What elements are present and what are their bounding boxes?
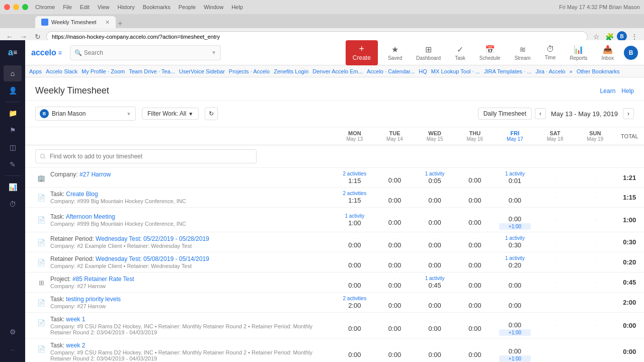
time-cell-thu[interactable]: ·0:00	[455, 293, 495, 313]
filter-button[interactable]: Filter Work: All ▼	[142, 108, 199, 120]
work-link[interactable]: week 2	[66, 342, 85, 349]
work-link[interactable]: #85 Retainer Rate Test	[72, 276, 134, 283]
bookmark-jira-templates[interactable]: JIRA Templates · ...	[484, 68, 532, 74]
time-cell-sat[interactable]: ·	[535, 188, 575, 208]
time-cell-tue[interactable]: ·0:00	[375, 293, 415, 313]
time-cell-fri[interactable]: ·0:00+1:00	[495, 339, 535, 363]
time-cell-thu[interactable]: ·0:00	[455, 339, 495, 363]
browser-menu-help[interactable]: Help	[231, 4, 243, 10]
time-cell-mon[interactable]: ·0:00	[335, 313, 375, 339]
work-link[interactable]: Wednesday Test: 05/22/2019 - 05/28/2019	[96, 235, 209, 242]
time-cell-wed[interactable]: ·0:00	[415, 339, 455, 363]
bookmark-projects[interactable]: Projects · Accelo	[229, 68, 270, 74]
time-cell-sun[interactable]: ·	[575, 208, 615, 232]
work-link[interactable]: Wednesday Test: 05/08/2019 - 05/14/2019	[96, 255, 209, 262]
time-cell-sun[interactable]: ·	[575, 232, 615, 252]
time-cell-mon[interactable]: 2 activities2:00	[335, 293, 375, 313]
time-cell-mon[interactable]: ·0:00	[335, 252, 375, 273]
time-cell-wed[interactable]: 1 activity0:05	[415, 168, 455, 188]
time-cell-sun[interactable]: ·	[575, 273, 615, 293]
time-cell-sun[interactable]: ·	[575, 188, 615, 208]
bookmark-jira[interactable]: Jira · Accelo	[535, 68, 565, 74]
time-cell-tue[interactable]: ·0:00	[375, 273, 415, 293]
sidebar-item-time[interactable]: ⏱	[4, 196, 22, 212]
time-cell-tue[interactable]: ·0:00	[375, 339, 415, 363]
time-cell-sat[interactable]: ·	[535, 339, 575, 363]
time-cell-sun[interactable]: ·	[575, 252, 615, 273]
time-cell-sun[interactable]: ·	[575, 293, 615, 313]
time-cell-sat[interactable]: ·	[535, 313, 575, 339]
time-cell-fri[interactable]: 1 activity0:01	[495, 168, 535, 188]
bookmark-team-drive[interactable]: Team Drive · Tea...	[129, 68, 175, 74]
sidebar-item-settings[interactable]: ⚙	[4, 324, 22, 340]
time-cell-wed[interactable]: 1 activity0:45	[415, 273, 455, 293]
time-cell-sun[interactable]: ·	[575, 339, 615, 363]
bookmark-slack[interactable]: Accelo Slack	[46, 68, 77, 74]
refresh-button[interactable]: ↻	[205, 107, 218, 120]
time-cell-thu[interactable]: ·0:00	[455, 232, 495, 252]
time-cell-wed[interactable]: ·0:00	[415, 232, 455, 252]
time-cell-mon[interactable]: 1 activity1:00	[335, 208, 375, 232]
bookmark-denver[interactable]: Denver Accelo Em...	[312, 68, 363, 74]
next-week-button[interactable]: ›	[623, 108, 634, 119]
bookmark-profile[interactable]: My Profile · Zoom	[82, 68, 125, 74]
time-cell-sat[interactable]: ·	[535, 168, 575, 188]
browser-menu-history[interactable]: History	[117, 4, 134, 10]
time-cell-thu[interactable]: ·0:00	[455, 313, 495, 339]
time-cell-sat[interactable]: ·	[535, 232, 575, 252]
search-input[interactable]	[84, 49, 209, 56]
time-cell-thu[interactable]: ·0:00	[455, 168, 495, 188]
time-cell-tue[interactable]: ·0:00	[375, 252, 415, 273]
time-cell-sun[interactable]: ·	[575, 313, 615, 339]
date-range-button[interactable]: Daily Timesheet	[478, 108, 532, 120]
time-cell-mon[interactable]: 2 activities1:15	[335, 188, 375, 208]
sidebar-item-billing[interactable]: ✎	[4, 156, 22, 172]
time-cell-sat[interactable]: ·	[535, 273, 575, 293]
sidebar-item-contacts[interactable]: 👤	[4, 82, 22, 99]
time-cell-thu[interactable]: ·0:00	[455, 273, 495, 293]
search-bar[interactable]: 🔍 ▼	[70, 45, 221, 60]
time-cell-fri[interactable]: ·0:00	[495, 188, 535, 208]
time-cell-wed[interactable]: ·0:00	[415, 188, 455, 208]
work-link[interactable]: testing priority levels	[66, 296, 121, 303]
bookmark-mx[interactable]: MX Lookup Tool · ...	[431, 68, 480, 74]
time-cell-mon[interactable]: 2 activities1:15	[335, 168, 375, 188]
toolbar-schedule[interactable]: 📅 Schedule	[475, 43, 505, 63]
browser-menu-view[interactable]: View	[98, 4, 110, 10]
sidebar-item-more[interactable]: ···	[4, 342, 22, 358]
work-link[interactable]: Create Blog	[66, 191, 98, 198]
toolbar-time[interactable]: ⏱ Time	[541, 43, 560, 62]
time-cell-sat[interactable]: ·	[535, 252, 575, 273]
help-link[interactable]: Help	[621, 87, 634, 95]
bookmark-uservoice[interactable]: UserVoice Sidebar	[179, 68, 225, 74]
browser-menu-file[interactable]: File	[63, 4, 72, 10]
work-link[interactable]: week 1	[66, 316, 85, 323]
user-avatar-toolbar[interactable]: B	[624, 46, 638, 60]
learn-link[interactable]: Learn	[600, 87, 616, 95]
work-link[interactable]: #27 Harrow	[79, 171, 111, 178]
time-cell-fri[interactable]: 1 activity0:30	[495, 232, 535, 252]
browser-menu-bookmarks[interactable]: Bookmarks	[143, 4, 171, 10]
time-cell-thu[interactable]: ·0:00	[455, 208, 495, 232]
bookmark-calendar[interactable]: Accelo · Calendar...	[367, 68, 415, 74]
time-cell-tue[interactable]: ·0:00	[375, 232, 415, 252]
new-tab-button[interactable]: +	[118, 19, 122, 28]
time-cell-tue[interactable]: ·0:00	[375, 188, 415, 208]
bookmark-apps[interactable]: Apps	[29, 68, 42, 74]
sidebar-item-requests[interactable]: ⚑	[4, 122, 22, 138]
time-cell-wed[interactable]: ·0:00	[415, 293, 455, 313]
bookmark-other[interactable]: Other Bookmarks	[577, 68, 620, 74]
work-link[interactable]: Afternoon Meeting	[66, 213, 115, 220]
close-dot[interactable]	[4, 4, 10, 10]
time-cell-sun[interactable]: ·	[575, 168, 615, 188]
tab-close-button[interactable]: ✕	[105, 19, 110, 26]
time-cell-tue[interactable]: ·0:00	[375, 168, 415, 188]
prev-week-button[interactable]: ‹	[535, 108, 546, 119]
bookmark-zenefits[interactable]: Zenefits Login	[274, 68, 308, 74]
browser-menu-edit[interactable]: Edit	[80, 4, 90, 10]
sidebar-item-reports[interactable]: 📊	[4, 179, 22, 195]
time-cell-sat[interactable]: ·	[535, 208, 575, 232]
sidebar-item-projects[interactable]: 📁	[4, 105, 22, 121]
toolbar-inbox[interactable]: 📥 Inbox	[598, 43, 618, 63]
time-cell-mon[interactable]: ·0:00	[335, 273, 375, 293]
